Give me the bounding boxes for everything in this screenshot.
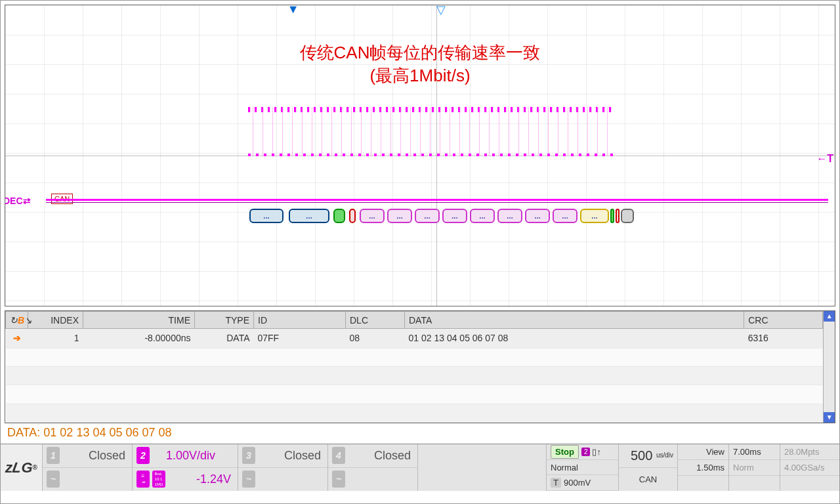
sample-rate[interactable]: 4.00GSa/s [780, 460, 839, 476]
ch2-scale: 1.00V/div [152, 449, 218, 463]
col-cursor[interactable]: ↻B↘ [6, 312, 28, 329]
ch3-sub-icon[interactable]: ~ [242, 471, 255, 488]
table-scrollbar[interactable]: ▲ ▼ [823, 311, 835, 423]
trigger-position-marker-outline[interactable]: ▽ [436, 5, 446, 17]
ch4-number[interactable]: 4 [332, 447, 345, 464]
waveform-display[interactable]: ▼ ▽ 传统CAN帧每位的传输速率一致 (最高1Mbit/s) DEC⇄ CAN… [5, 5, 835, 306]
cell-time: -8.00000ns [83, 329, 195, 348]
decode-seg-data0[interactable] [360, 209, 385, 223]
decode-seg-data6[interactable] [525, 209, 550, 223]
col-dlc[interactable]: DLC [346, 312, 405, 329]
trigger-mode[interactable]: Normal [547, 460, 618, 476]
channel-baseline [46, 199, 828, 201]
trigger-level-marker[interactable]: ←T [816, 153, 833, 165]
decode-table: ↻B↘ INDEX TIME TYPE ID DLC DATA CRC ➔ 1 … [5, 310, 835, 423]
trigger-position-marker-filled[interactable]: ▼ [287, 5, 299, 16]
decode-seg-data2[interactable] [415, 209, 440, 223]
timebase[interactable]: 500 us/div [619, 444, 677, 468]
decode-seg-ctrl[interactable] [333, 209, 345, 223]
table-row[interactable] [6, 385, 823, 404]
decode-seg-eof[interactable] [621, 209, 634, 223]
decode-seg-data1[interactable] [387, 209, 412, 223]
decode-seg-id[interactable] [249, 209, 284, 223]
ch4-sub-icon[interactable]: ~ [332, 471, 345, 488]
trigger-level[interactable]: T 900mV [547, 475, 618, 491]
decode-seg-id2[interactable] [289, 209, 329, 223]
decode-seg-data5[interactable] [497, 209, 522, 223]
annotation-line1: 传统CAN帧每位的传输速率一致 [5, 41, 835, 64]
channel-4-group[interactable]: 4 Closed ~ [328, 444, 418, 491]
channel-1-group[interactable]: 1 Closed ~ [43, 444, 133, 491]
ch2-number[interactable]: 2 [136, 447, 150, 464]
run-stop-button[interactable]: Stop [551, 445, 579, 459]
trigger-source-badge[interactable]: 2 [581, 448, 591, 456]
decode-seg-ack1[interactable] [610, 209, 614, 223]
cell-id: 07FF [254, 329, 346, 348]
table-row[interactable] [6, 348, 823, 366]
decode-seg-data7[interactable] [553, 209, 578, 223]
col-type[interactable]: TYPE [195, 312, 254, 329]
ch1-sub-icon[interactable]: ~ [47, 471, 60, 488]
view-value[interactable]: 1.50ms [678, 460, 728, 476]
trigger-edge-icon: ▯↑ [592, 447, 601, 457]
col-index[interactable]: INDEX [28, 312, 83, 329]
ch3-number[interactable]: 3 [242, 447, 255, 464]
table-header-row: ↻B↘ INDEX TIME TYPE ID DLC DATA CRC [6, 312, 823, 329]
ch2-coupling-icon[interactable]: ≡⎓ [136, 471, 150, 488]
ch2-probe-badge[interactable]: BwL10:11MΩ [152, 471, 165, 488]
scroll-up-icon[interactable]: ▲ [824, 311, 835, 322]
decode-seg-data3[interactable] [442, 209, 467, 223]
decode-bus-label[interactable]: DEC⇄ [5, 196, 31, 206]
cell-crc: 6316 [744, 329, 823, 348]
scroll-down-icon[interactable]: ▼ [824, 412, 835, 423]
table-row[interactable]: ➔ 1 -8.00000ns DATA 07FF 08 01 02 13 04 … [6, 329, 823, 348]
row-cursor-icon: ➔ [6, 329, 28, 348]
table-row[interactable] [6, 404, 823, 422]
decode-seg-crc[interactable] [580, 209, 609, 223]
decode-arrow-icon: ⇄ [23, 196, 31, 206]
decode-seg-data4[interactable] [470, 209, 495, 223]
col-time[interactable]: TIME [83, 312, 195, 329]
event-table[interactable]: ↻B↘ INDEX TIME TYPE ID DLC DATA CRC ➔ 1 … [5, 311, 823, 423]
col-data[interactable]: DATA [405, 312, 744, 329]
annotation-text: 传统CAN帧每位的传输速率一致 (最高1Mbit/s) [5, 41, 835, 87]
cell-index: 1 [28, 329, 83, 348]
ch1-number[interactable]: 1 [47, 447, 60, 464]
decode-data-footer: DATA: 01 02 13 04 05 06 07 08 [7, 426, 833, 440]
annotation-line2: (最高1Mbit/s) [5, 64, 835, 87]
decode-baseline [46, 202, 828, 203]
signal-waveform [248, 107, 616, 156]
run-state-cell[interactable]: Stop 2 ▯↑ [547, 444, 618, 460]
delay-value[interactable]: 7.00ms [729, 444, 780, 460]
right-status-panel: Stop 2 ▯↑ Normal T 900mV 500 us/div CAN … [546, 444, 839, 491]
status-bar: zLG® 1 Closed ~ 2 1.00V/div ≡⎓ BwL10:11M… [1, 444, 839, 491]
acq-mode[interactable]: Norm [729, 460, 780, 476]
decode-seg-ack2[interactable] [616, 209, 620, 223]
cell-dlc: 08 [346, 329, 405, 348]
ch1-status: Closed [62, 449, 128, 463]
table-row[interactable] [6, 366, 823, 385]
col-id[interactable]: ID [254, 312, 346, 329]
channel-2-group[interactable]: 2 1.00V/div ≡⎓ BwL10:11MΩ -1.24V [133, 444, 238, 491]
ch2-offset: -1.24V [168, 472, 234, 486]
channel-3-group[interactable]: 3 Closed ~ [238, 444, 328, 491]
cell-type: DATA [195, 329, 254, 348]
ch3-status: Closed [258, 449, 324, 463]
trigger-type[interactable]: CAN [619, 468, 677, 492]
view-label[interactable]: View [678, 444, 728, 460]
brand-logo: zLG® [1, 444, 43, 491]
ch4-status: Closed [348, 449, 413, 463]
memory-depth[interactable]: 28.0Mpts [780, 444, 839, 460]
col-crc[interactable]: CRC [744, 312, 823, 329]
cell-data: 01 02 13 04 05 06 07 08 [405, 329, 744, 348]
decode-seg-dlc[interactable] [349, 209, 356, 223]
oscilloscope-app: ▼ ▽ 传统CAN帧每位的传输速率一致 (最高1Mbit/s) DEC⇄ CAN… [0, 0, 840, 504]
